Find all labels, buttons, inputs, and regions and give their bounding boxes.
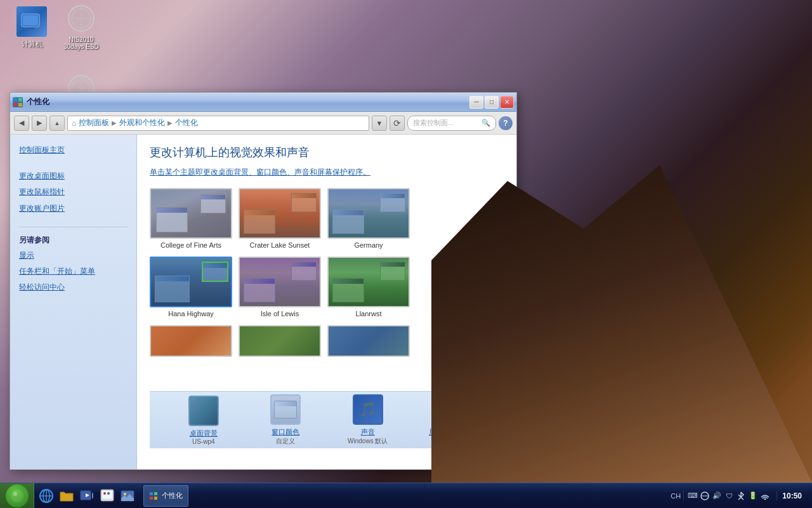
tray-battery[interactable]: 🔋 (748, 491, 758, 501)
toolbar-screensaver-sublabel: 无 (447, 437, 453, 446)
toolbar-sound-sublabel: Windows 默认 (348, 437, 388, 446)
theme-crater-name: Crater Lake Sunset (250, 241, 310, 249)
tray-antivirus[interactable]: 🛡 (724, 491, 734, 501)
taskbar-task-personalize[interactable]: 个性化 (143, 485, 188, 507)
maximize-button[interactable]: □ (485, 96, 499, 109)
start-orb (6, 485, 29, 507)
taskbar-paint-icon[interactable] (98, 486, 117, 505)
theme-llanrwst-thumb (327, 257, 410, 307)
minimize-button[interactable]: ─ (469, 96, 483, 109)
tray-volume[interactable]: 🔊 (712, 491, 722, 501)
up-button[interactable]: ▲ (49, 116, 65, 131)
main-panel: 更改计算机上的视觉效果和声音 单击某个主题即更改桌面背景、窗口颜色、声音和屏幕保… (137, 135, 516, 469)
theme-partial2-thumb (239, 325, 321, 357)
forward-button[interactable]: ▶ (32, 116, 47, 131)
theme-partial3[interactable] (327, 325, 410, 357)
toolbar-bg[interactable]: 桌面背景 US-wp4 (169, 396, 239, 445)
back-button[interactable]: ◀ (14, 116, 29, 131)
sidebar-link-mouse[interactable]: 更改鼠标指针 (10, 184, 136, 200)
tray-bluetooth[interactable] (736, 491, 746, 501)
breadcrumb-sep1: ▶ (112, 119, 117, 126)
close-button[interactable]: ✕ (500, 96, 514, 109)
tray-network[interactable] (700, 491, 710, 501)
window-controls: ─ □ ✕ (469, 96, 514, 109)
svg-point-38 (124, 493, 126, 495)
sidebar-link-desktop-icon[interactable]: 更改桌面图标 (10, 168, 136, 184)
breadcrumb-home[interactable]: 控制面板 (79, 117, 109, 128)
desktop-icon-recycle[interactable]: 回收站 (752, 434, 803, 476)
desktop-icon-computer-label: 计算机 (22, 39, 43, 49)
theme-germany[interactable]: Germany (327, 188, 410, 249)
taskbar: 个性化 CH ⌨ 🔊 🛡 (0, 483, 812, 508)
start-button[interactable] (0, 483, 34, 509)
themes-scroll-area[interactable]: College of Fine Arts (150, 188, 504, 391)
theme-college-name: College of Fine Arts (160, 241, 221, 249)
system-tray: ⌨ 🔊 🛡 🔋 (683, 491, 774, 501)
help-button[interactable]: ? (499, 116, 513, 130)
clock-time: 10:50 (782, 491, 802, 500)
desktop-icon-computer[interactable]: 计算机 (6, 6, 57, 49)
desktop-icon-nis2010[interactable]: NIS201030days ESD (56, 3, 107, 50)
sidebar-see-also: 另请参阅 显示 任务栏和「开始」菜单 轻松访问中心 (10, 230, 136, 296)
taskbar-media-icon[interactable] (77, 486, 96, 505)
toolbar-color[interactable]: 窗口颜色 自定义 (251, 394, 320, 446)
taskbar-pinned (34, 486, 140, 505)
toolbar-screensaver[interactable]: 屏幕保护程序 无 (415, 394, 485, 446)
title-bar: 个性化 ─ □ ✕ (10, 93, 516, 112)
taskbar-folder-icon[interactable] (57, 486, 76, 505)
taskbar-ie-icon[interactable] (37, 486, 56, 505)
breadcrumb-level2[interactable]: 外观和个性化 (119, 117, 165, 128)
theme-partial2[interactable] (239, 325, 321, 357)
sidebar-link-accessibility[interactable]: 轻松访问中心 (10, 279, 136, 295)
toolbar-sound[interactable]: 🎵 声音 Windows 默认 (333, 394, 403, 446)
svg-rect-40 (154, 492, 157, 495)
theme-hana[interactable]: Hana Highway (150, 257, 232, 318)
theme-llanrwst-name: Llanrwst (356, 310, 382, 318)
sidebar-main: 控制面板主页 (10, 142, 136, 158)
taskbar-photos-icon[interactable] (118, 486, 137, 505)
address-path[interactable]: ⌂ 控制面板 ▶ 外观和个性化 ▶ 个性化 (67, 116, 369, 131)
sidebar: 控制面板主页 更改桌面图标 更改鼠标指针 更改账户图片 另请参阅 显示 任务栏和… (10, 135, 137, 469)
desktop-icon-recycle-label: 回收站 (768, 467, 789, 476)
search-placeholder: 搜索控制面... (413, 118, 454, 128)
theme-crater[interactable]: Crater Lake Sunset (239, 188, 321, 249)
svg-rect-21 (13, 103, 17, 107)
theme-llanrwst[interactable]: Llanrwst (327, 257, 410, 318)
svg-rect-32 (92, 493, 93, 498)
svg-point-23 (441, 401, 459, 418)
toolbar-color-icon (270, 394, 301, 425)
theme-germany-thumb (327, 188, 410, 239)
theme-isle[interactable]: Isle of Lewis (239, 257, 321, 318)
sidebar-link-account-pic[interactable]: 更改账户图片 (10, 201, 136, 217)
sidebar-link-taskbar[interactable]: 任务栏和「开始」菜单 (10, 264, 136, 279)
themes-grid: College of Fine Arts (150, 188, 504, 357)
bottom-toolbar: 桌面背景 US-wp4 窗口颜色 自定义 (150, 391, 504, 448)
sidebar-link-main[interactable]: 控制面板主页 (10, 142, 136, 158)
theme-partial3-thumb (327, 325, 410, 357)
theme-partial1[interactable] (150, 325, 232, 357)
taskbar-clock[interactable]: 10:50 (776, 491, 807, 500)
taskbar-right: CH ⌨ 🔊 🛡 🔋 (671, 491, 812, 501)
dropdown-button[interactable]: ▼ (372, 116, 387, 131)
desktop-tree (590, 229, 717, 483)
theme-college[interactable]: College of Fine Arts (150, 188, 232, 249)
tray-ime[interactable]: CH (671, 491, 681, 501)
breadcrumb-sep2: ▶ (167, 119, 173, 126)
tray-network2[interactable] (760, 491, 770, 501)
svg-rect-15 (774, 439, 782, 442)
theme-isle-name: Isle of Lewis (261, 310, 299, 318)
sidebar-link-display[interactable]: 显示 (10, 248, 136, 264)
svg-rect-39 (150, 492, 153, 495)
toolbar-screensaver-label: 屏幕保护程序 (429, 427, 471, 437)
breadcrumb-level3[interactable]: 个性化 (175, 117, 198, 128)
search-box[interactable]: 搜索控制面... 🔍 (407, 116, 496, 131)
theme-hana-name: Hana Highway (168, 310, 214, 318)
tray-keyboard[interactable]: ⌨ (688, 491, 698, 501)
taskbar-windows: 个性化 (140, 485, 192, 507)
toolbar-bg-label: 桌面背景 (190, 429, 218, 438)
theme-college-thumb (150, 188, 232, 239)
personalization-window: 个性化 ─ □ ✕ ◀ ▶ ▲ ⌂ 控制面板 ▶ 外观和个性化 ▶ 个性化 ▼ … (10, 92, 517, 470)
refresh-button[interactable]: ⟳ (390, 116, 405, 131)
svg-point-25 (11, 490, 23, 502)
svg-rect-22 (18, 103, 22, 107)
